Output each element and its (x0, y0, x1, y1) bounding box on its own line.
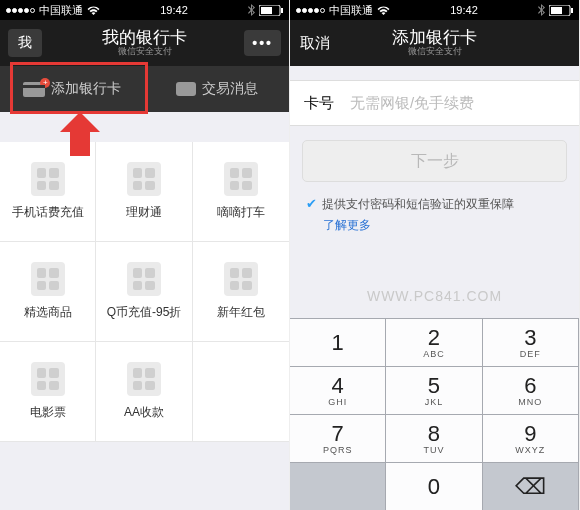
navbar: 我 我的银行卡 微信安全支付 ••• (0, 20, 289, 66)
learn-more-link[interactable]: 了解更多 (290, 217, 579, 234)
page-title: 添加银行卡 (290, 29, 579, 46)
signal-dots-icon (296, 8, 325, 13)
placeholder-icon (224, 262, 258, 296)
key-7[interactable]: 7PQRS (290, 414, 386, 462)
assurance-text: ✔ 提供支付密码和短信验证的双重保障 (290, 182, 579, 217)
bluetooth-icon (248, 4, 255, 16)
carrier-label: 中国联通 (39, 3, 83, 18)
navbar: 取消 添加银行卡 微信安全支付 (290, 20, 579, 66)
grid-item[interactable]: 电影票 (0, 342, 96, 442)
grid-item[interactable]: 理财通 (96, 142, 192, 242)
key-9[interactable]: 9WXYZ (483, 414, 579, 462)
placeholder-icon (127, 362, 161, 396)
tab-trans-label: 交易消息 (202, 80, 258, 98)
key-5[interactable]: 5JKL (386, 366, 482, 414)
cancel-button[interactable]: 取消 (298, 30, 332, 57)
bluetooth-icon (538, 4, 545, 16)
wifi-icon (87, 6, 100, 15)
highlight-box (10, 62, 148, 114)
grid-item[interactable]: Q币充值-95折 (96, 242, 192, 342)
key-backspace[interactable]: ⌫ (483, 462, 579, 510)
wifi-icon (377, 6, 390, 15)
svg-rect-5 (571, 8, 573, 13)
page-subtitle: 微信安全支付 (290, 46, 579, 58)
status-bar: 中国联通 19:42 (290, 0, 579, 20)
grid-item[interactable]: AA收款 (96, 342, 192, 442)
key-2[interactable]: 2ABC (386, 318, 482, 366)
battery-icon (549, 5, 573, 16)
shield-icon: ✔ (306, 196, 317, 211)
grid-item[interactable]: 精选商品 (0, 242, 96, 342)
grid-item[interactable]: 嘀嘀打车 (193, 142, 289, 242)
placeholder-icon (127, 262, 161, 296)
clock: 19:42 (160, 4, 188, 16)
battery-icon (259, 5, 283, 16)
grid-item[interactable]: 手机话费充值 (0, 142, 96, 242)
card-number-label: 卡号 (304, 94, 334, 113)
key-3[interactable]: 3DEF (483, 318, 579, 366)
services-grid: 手机话费充值 理财通 嘀嘀打车 精选商品 Q币充值-95折 新年红包 电影票 A… (0, 142, 289, 442)
arrow-up-icon (60, 112, 100, 156)
placeholder-icon (31, 162, 65, 196)
tab-transactions[interactable]: 交易消息 (145, 80, 290, 98)
placeholder-icon (224, 162, 258, 196)
grid-item-empty (193, 342, 289, 442)
numeric-keypad: 1 2ABC 3DEF 4GHI 5JKL 6MNO 7PQRS 8TUV 9W… (290, 318, 579, 510)
key-6[interactable]: 6MNO (483, 366, 579, 414)
svg-rect-2 (281, 8, 283, 13)
key-blank (290, 462, 386, 510)
placeholder-icon (31, 262, 65, 296)
screen-add-card: 中国联通 19:42 取消 添加银行卡 微信安全支付 卡号 无需网银/免手续费 … (290, 0, 580, 510)
key-1[interactable]: 1 (290, 318, 386, 366)
next-button[interactable]: 下一步 (302, 140, 567, 182)
key-4[interactable]: 4GHI (290, 366, 386, 414)
message-icon (176, 82, 196, 96)
svg-rect-1 (261, 7, 272, 14)
signal-dots-icon (6, 8, 35, 13)
card-number-row[interactable]: 卡号 无需网银/免手续费 (290, 80, 579, 126)
card-number-input[interactable]: 无需网银/免手续费 (350, 94, 565, 113)
clock: 19:42 (450, 4, 478, 16)
more-button[interactable]: ••• (244, 30, 281, 56)
screen-my-cards: 中国联通 19:42 我 我的银行卡 微信安全支付 ••• + 添加银行卡 交易… (0, 0, 290, 510)
placeholder-icon (31, 362, 65, 396)
watermark: WWW.PC841.COM (290, 288, 579, 304)
carrier-label: 中国联通 (329, 3, 373, 18)
key-0[interactable]: 0 (386, 462, 482, 510)
status-bar: 中国联通 19:42 (0, 0, 289, 20)
backspace-icon: ⌫ (515, 476, 546, 498)
back-button[interactable]: 我 (8, 29, 42, 57)
svg-rect-4 (551, 7, 562, 14)
key-8[interactable]: 8TUV (386, 414, 482, 462)
grid-item[interactable]: 新年红包 (193, 242, 289, 342)
placeholder-icon (127, 162, 161, 196)
